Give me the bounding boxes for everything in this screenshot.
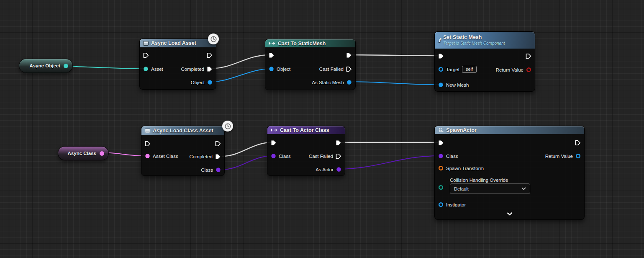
pin-label: Instigator <box>446 202 466 207</box>
exec-in-pin[interactable] <box>271 140 277 146</box>
pin-label: Asset Class <box>153 154 178 159</box>
object-input-pin[interactable] <box>269 66 274 72</box>
pin-label: Completed <box>181 67 204 72</box>
async-task-icon <box>143 41 149 46</box>
pin-label: Target <box>446 67 459 72</box>
node-async-load-class-asset[interactable]: Async Load Class Asset Asset Class Compl… <box>141 126 225 176</box>
object-output-pin[interactable] <box>207 80 213 85</box>
pin-label: Class <box>446 154 458 159</box>
node-title: Async Load Class Asset <box>153 128 213 134</box>
variable-label: Async Class <box>68 151 96 156</box>
exec-out-pin[interactable] <box>336 140 341 146</box>
cast-icon <box>269 41 275 46</box>
chevron-down-icon <box>521 187 526 190</box>
spawn-actor-icon <box>438 127 444 133</box>
wire-asyncobject-to-asset[interactable] <box>64 66 146 69</box>
pin-async-object-output[interactable] <box>63 63 69 69</box>
node-header[interactable]: Cast To Actor Class <box>267 126 345 134</box>
exec-in-pin[interactable] <box>438 140 444 146</box>
exec-in-pin[interactable] <box>269 52 275 58</box>
return-value-bool-pin[interactable] <box>526 67 531 72</box>
return-value-output-pin[interactable] <box>575 153 581 159</box>
exec-out-pin[interactable] <box>215 141 221 147</box>
node-spawn-actor[interactable]: SpawnActor Class Return Value Spawn Tran… <box>434 126 585 220</box>
pin-label: Object <box>277 67 290 72</box>
latent-clock-icon <box>222 121 233 132</box>
pin-label: Return Value <box>545 154 573 159</box>
node-header[interactable]: f Set Static Mesh Target is Static Mesh … <box>435 32 535 49</box>
exec-out-pin[interactable] <box>207 52 213 58</box>
pin-label: Asset <box>151 67 163 72</box>
as-actor-output-pin[interactable] <box>336 167 341 172</box>
node-subtitle: Target is Static Mesh Component <box>443 41 505 46</box>
class-output-pin[interactable] <box>216 167 221 173</box>
target-self-value[interactable]: self <box>462 66 477 73</box>
function-icon: f <box>438 37 441 44</box>
node-async-object-variable[interactable]: Async Object <box>19 59 73 73</box>
pin-label: Class <box>279 154 291 159</box>
wire-completed-to-castactor-exec[interactable] <box>222 142 272 156</box>
pin-label: Cast Failed <box>309 154 333 159</box>
spawn-transform-input-pin[interactable] <box>438 165 444 171</box>
cast-icon <box>271 128 277 132</box>
wire-asstaticmesh-to-newmesh[interactable] <box>348 82 439 85</box>
pin-label: Completed <box>189 154 213 159</box>
dropdown-value: Default <box>454 186 469 191</box>
node-async-load-asset[interactable]: Async Load Asset Asset Completed Object <box>139 39 216 90</box>
node-header[interactable]: SpawnActor <box>435 126 584 134</box>
collision-handling-dropdown[interactable]: Default <box>450 183 530 194</box>
node-set-static-mesh[interactable]: f Set Static Mesh Target is Static Mesh … <box>434 31 535 92</box>
wire-asactor-to-spawn-class[interactable] <box>336 156 440 169</box>
exec-in-pin[interactable] <box>143 52 149 58</box>
wire-asyncclass-to-assetclass[interactable] <box>104 152 146 156</box>
wire-class-to-castactor-class[interactable] <box>221 156 273 170</box>
pin-label: Cast Failed <box>319 67 344 72</box>
pin-async-class-output[interactable] <box>99 151 105 156</box>
node-title: Cast To Actor Class <box>280 127 329 133</box>
asset-class-input-pin[interactable] <box>145 153 150 159</box>
pin-label: Class <box>201 168 213 173</box>
node-cast-to-actor-class[interactable]: Cast To Actor Class Class Cast Failed As… <box>267 126 345 176</box>
pin-label: New Mesh <box>446 83 469 88</box>
completed-exec-out-pin[interactable] <box>215 154 221 160</box>
as-static-mesh-output-pin[interactable] <box>346 80 352 85</box>
blueprint-graph-canvas[interactable]: Async Object Async Load Asset Asset Comp… <box>0 0 644 258</box>
class-input-pin[interactable] <box>271 153 276 159</box>
node-async-class-variable[interactable]: Async Class <box>58 146 109 160</box>
pin-label: As Actor <box>316 167 334 172</box>
new-mesh-input-pin[interactable] <box>438 82 444 88</box>
exec-out-pin[interactable] <box>346 52 352 58</box>
node-header[interactable]: Async Load Asset <box>140 39 216 47</box>
node-title: Async Load Asset <box>151 40 196 46</box>
class-input-pin[interactable] <box>438 153 444 159</box>
node-title: SpawnActor <box>446 127 477 133</box>
asset-input-pin[interactable] <box>143 66 149 72</box>
cast-failed-exec-pin[interactable] <box>336 153 341 159</box>
wire-object-to-cast-object[interactable] <box>208 69 272 82</box>
node-title: Cast To StaticMesh <box>278 41 326 46</box>
pin-label: Collision Handling Override <box>450 178 508 183</box>
async-task-icon <box>145 129 150 133</box>
node-title: Set Static Mesh <box>443 34 505 41</box>
expand-node-chevron-icon[interactable] <box>435 212 584 216</box>
pin-label: Object <box>191 80 205 85</box>
exec-in-pin[interactable] <box>145 141 151 147</box>
node-cast-to-staticmesh[interactable]: Cast To StaticMesh Object Cast Failed As… <box>265 39 356 90</box>
completed-exec-out-pin[interactable] <box>207 66 213 72</box>
pin-label: As Static Mesh <box>312 80 344 85</box>
node-header[interactable]: Async Load Class Asset <box>141 126 224 135</box>
instigator-input-pin[interactable] <box>438 202 444 207</box>
latent-clock-icon <box>208 34 219 44</box>
exec-in-pin[interactable] <box>438 53 444 59</box>
pin-label: Return Value <box>496 67 523 72</box>
target-input-pin[interactable] <box>438 67 444 72</box>
variable-label: Async Object <box>30 63 61 68</box>
pin-label: Spawn Transform <box>446 166 484 171</box>
exec-out-pin[interactable] <box>575 140 581 146</box>
node-header[interactable]: Cast To StaticMesh <box>265 39 355 47</box>
wire-completed-to-cast-exec[interactable] <box>209 55 270 69</box>
collision-handling-input-pin[interactable] <box>438 185 444 190</box>
wire-cast-exec-to-setmesh-exec[interactable] <box>348 55 438 56</box>
cast-failed-exec-pin[interactable] <box>346 66 352 72</box>
exec-out-pin[interactable] <box>526 53 531 59</box>
